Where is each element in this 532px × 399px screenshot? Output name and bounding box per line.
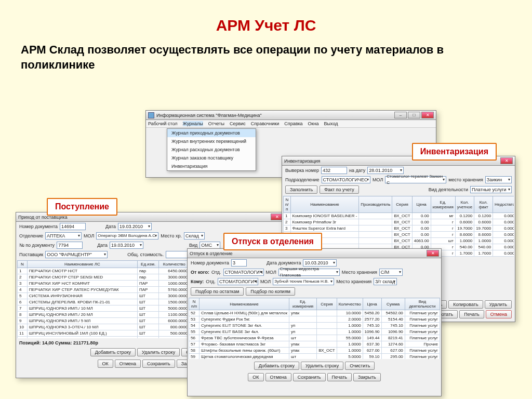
dispense-grid[interactable]: N п/пНаименованиеЕд. измеренияСерияКолич… — [189, 298, 440, 359]
activity-dropdown[interactable]: Платные услуги — [470, 186, 512, 193]
vid-dropdown[interactable]: ОМС — [200, 242, 220, 249]
pick-copies-button[interactable]: Подбор по копиям — [246, 287, 295, 296]
cancel-button[interactable]: Отмена — [115, 360, 141, 368]
col-header[interactable]: N п/п — [284, 196, 291, 213]
table-row[interactable]: 57Фторакс- базовая пластмасса 3кгупак1.0… — [189, 341, 440, 348]
close-button[interactable]: ✕ — [427, 250, 439, 257]
col-header[interactable]: Наименование ЛС — [27, 261, 137, 268]
table-row[interactable]: 55Супергипс ELIT BASE 3кг 4кл.уп1.000010… — [189, 329, 440, 335]
dropdown-item[interactable]: Журнал расходных документов — [167, 145, 256, 154]
place-dropdown[interactable]: Заикин — [485, 176, 512, 183]
menu-item[interactable]: Выход — [324, 121, 338, 126]
menubar[interactable]: Рабочий стол Журналы Отчеты Сервис Справ… — [146, 120, 436, 128]
add-row-button[interactable]: Добавить строку — [90, 348, 136, 356]
dept-dropdown[interactable]: СТОМАТОЛОГИЧЕС — [322, 176, 370, 183]
to-mol-dropdown[interactable]: Зубной техник Пеньков Н.В. — [273, 278, 334, 285]
col-header[interactable]: Серия — [317, 298, 337, 310]
close-button[interactable]: ✕ — [421, 112, 434, 118]
dropdown-item[interactable]: Журнал внутренних перемещений — [167, 137, 256, 145]
cancel-button[interactable]: Отмена — [486, 310, 512, 318]
menu-item[interactable]: Сервис — [230, 121, 246, 126]
close-win-button[interactable]: Закрыть — [353, 373, 381, 381]
col-header[interactable]: Наименование — [200, 298, 289, 310]
menu-item[interactable]: Окна — [308, 121, 319, 126]
dispense-window[interactable]: Отпуск в отделение ✕ Номер документа 3 Д… — [187, 248, 442, 396]
table-row[interactable]: 58Штифты беззольные пины оранж. (60шт)уп… — [189, 348, 440, 354]
menu-item[interactable]: Справочники — [251, 121, 280, 126]
maximize-button[interactable]: □ — [408, 112, 420, 118]
ok-button[interactable]: ОК — [98, 360, 113, 368]
ok-button[interactable]: ОК — [248, 373, 263, 381]
col-header[interactable]: Сумма — [381, 298, 405, 310]
dropdown-item[interactable]: Журнал приходных документов — [167, 129, 256, 137]
table-row[interactable]: 56Фреза ТВС зуботехническая Ф-Фрезашт55.… — [189, 335, 440, 341]
menu-item[interactable]: Журналы — [183, 121, 203, 126]
col-header[interactable]: Ед.изм. — [137, 261, 158, 268]
col-header[interactable]: Цена — [363, 298, 381, 310]
dropdown-item[interactable]: Инвентаризация — [167, 162, 256, 170]
col-header[interactable]: Количество — [159, 261, 190, 268]
label: Место хранения — [336, 279, 371, 284]
clear-button[interactable]: Очистить — [345, 362, 375, 370]
date-field[interactable]: 10.03.2010 — [303, 259, 337, 267]
docnum-field[interactable]: 14694 — [60, 223, 86, 230]
table-row[interactable]: 54Супергипс ELIT STONE 3кг 4кл.уп1.00007… — [189, 323, 440, 329]
save-button[interactable]: Сохранить — [142, 360, 175, 368]
col-header[interactable]: Кол. учетное — [455, 196, 474, 213]
col-header[interactable]: Недостаток — [493, 196, 514, 213]
col-header[interactable]: Наименование — [290, 196, 359, 213]
mol-dropdown[interactable]: Оператор ЭВМ Володина А.С. — [96, 232, 158, 240]
supplier-dropdown[interactable]: ООО "ФАРМЦЕНТР" — [45, 251, 108, 258]
add-row-button[interactable]: Добавить строку — [254, 362, 299, 370]
date-field[interactable]: 28.01.2010 — [367, 167, 404, 174]
from-place-dropdown[interactable]: С/М — [379, 269, 403, 276]
place-dropdown[interactable]: Склад — [184, 232, 205, 240]
date2-field[interactable]: 19.03.2010 — [110, 242, 143, 249]
cancel-button[interactable]: Отмена — [265, 373, 291, 381]
dept-dropdown[interactable]: АПТЕКА — [45, 232, 82, 240]
menu-item[interactable]: Отчеты — [208, 121, 224, 126]
btn[interactable]: Печать — [459, 310, 484, 318]
col-header[interactable]: Цена — [412, 196, 431, 213]
table-row[interactable]: 2Компомер Primaflow 3гВХ_ОСТ0.00г0.60000… — [284, 219, 514, 225]
table-row[interactable]: 1Компомер IONOSIT BASELINER -ВХ_ОСТ0.00м… — [284, 213, 514, 219]
minimize-button[interactable]: – — [394, 112, 407, 118]
menu-item[interactable]: Рабочий стол — [148, 121, 178, 126]
col-header[interactable]: Производитель — [359, 196, 392, 213]
date-field[interactable]: 19.03.2010 — [118, 223, 152, 230]
col-header[interactable]: Кол. факт — [474, 196, 493, 213]
fact-button[interactable]: Факт по учету — [320, 185, 359, 194]
num-field[interactable]: 432 — [321, 167, 347, 174]
to-dept-dropdown[interactable]: СТОМАТОЛОГИЧ — [218, 278, 258, 285]
del-row-button[interactable]: Удалить строку — [137, 348, 180, 356]
close-button[interactable]: ✕ — [500, 157, 513, 164]
btn[interactable]: Копировать — [448, 300, 483, 309]
col-header[interactable]: Серия — [392, 196, 412, 213]
to-place-dropdown[interactable]: 3/т склад — [374, 278, 397, 285]
table-row[interactable]: 59Щетка стоматологическая двуряднаяшт5.0… — [189, 354, 440, 360]
label: Номер документа — [19, 224, 58, 229]
col-header[interactable]: Ед. измерения — [431, 196, 455, 213]
save-button[interactable]: Сохранить — [293, 373, 326, 381]
journals-dropdown[interactable]: Журнал приходных документов Журнал внутр… — [167, 128, 256, 171]
menu-item[interactable]: Справка — [284, 121, 302, 126]
pick-remains-button[interactable]: Подбор по остаткам — [191, 287, 244, 296]
col-header[interactable]: Вид деятельности — [405, 298, 440, 310]
dropdown-item[interactable]: Журнал заказов поставщику — [167, 154, 256, 162]
num2-field[interactable]: 7794 — [57, 242, 83, 249]
from-mol-dropdown[interactable]: Старшая медсестра Платонова — [278, 269, 340, 276]
print-button[interactable]: Печать — [327, 373, 352, 381]
col-header[interactable]: Ед. измерения — [289, 298, 316, 310]
table-row[interactable]: 52Сплав Цельве-Н НХМЦ (500г.) для металл… — [189, 310, 440, 316]
fill-button[interactable]: Заполнить — [285, 185, 317, 194]
col-header[interactable]: N п/п — [189, 298, 200, 310]
table-row[interactable]: 53Супергипс Фуджи Рок 5кг.2.00002577.205… — [189, 316, 440, 323]
btn[interactable]: Удалить — [485, 300, 512, 309]
docnum-field[interactable]: 3 — [231, 259, 247, 267]
mol-dropdown[interactable]: Стоматолог-терапевт Заикин С — [385, 176, 446, 183]
table-row[interactable]: 3Фиштек Supercor Extra hardВХ_ОСТ0.00г19… — [284, 225, 514, 232]
from-dept-dropdown[interactable]: СТОМАТОЛОГИЧ — [223, 269, 264, 276]
del-row-button[interactable]: Удалить строку — [301, 362, 343, 370]
col-header[interactable]: N — [18, 261, 28, 268]
col-header[interactable]: Количество — [337, 298, 363, 310]
